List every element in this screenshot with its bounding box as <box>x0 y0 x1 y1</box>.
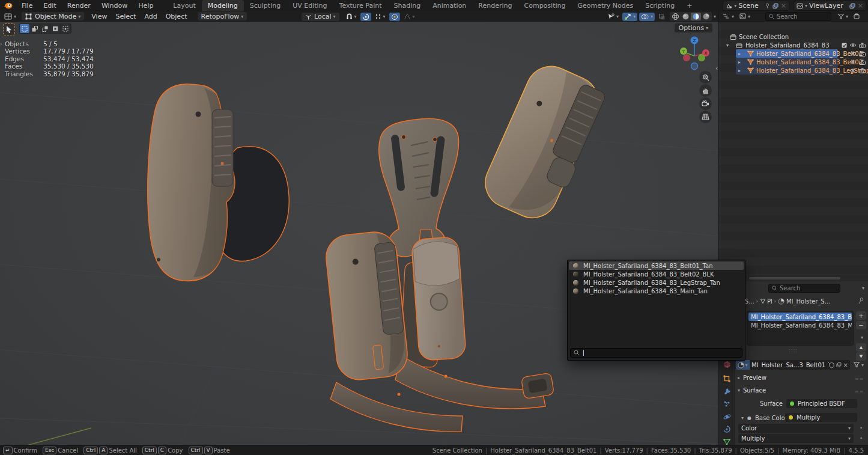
duplicate-material-icon[interactable] <box>836 362 842 368</box>
popup-item-belt01-tan[interactable]: MI_Holster_Safariland_6384_83_Belt01_Tan <box>569 261 744 270</box>
browse-material-button[interactable]: ▾ <box>736 360 750 370</box>
material-slot-belt01[interactable]: MI_Holster_Safariland_6384_83_Belt01_Tan <box>748 313 852 321</box>
zoom-button[interactable] <box>699 71 712 84</box>
surface-panel-header[interactable]: ▾ Surface <box>736 387 766 394</box>
tab-physics-properties[interactable] <box>722 412 732 421</box>
outliner-display-mode-button[interactable]: ▾ <box>738 12 752 20</box>
decorator-dot-icon[interactable]: • <box>860 425 863 431</box>
tab-texture-paint[interactable]: Texture Paint <box>333 0 388 11</box>
camera-view-button[interactable] <box>699 97 712 110</box>
outliner-search-input[interactable]: Search <box>765 12 831 21</box>
tab-modeling[interactable]: Modeling <box>202 0 244 11</box>
holster-object-belt01[interactable] <box>148 84 289 281</box>
menu-edit[interactable]: Edit <box>38 0 61 11</box>
new-collection-button[interactable] <box>852 12 862 20</box>
view-layer-selector[interactable]: ▾ ViewLayer × <box>794 1 866 11</box>
pin-icon[interactable] <box>858 298 864 304</box>
blender-logo-icon[interactable] <box>4 2 13 10</box>
toggle-xray-button[interactable] <box>657 13 667 21</box>
scene-selector[interactable]: ▾ Scene × <box>723 1 789 11</box>
surface-shader-field[interactable]: Principled BSDF <box>786 399 857 408</box>
new-scene-icon[interactable] <box>772 3 778 9</box>
viewport-canvas[interactable]: Options ▾ › Objects5 / 5 Vertices17,779 … <box>0 22 718 445</box>
camera-render-icon[interactable] <box>859 68 866 73</box>
material-name-field[interactable]: MI_Holster_Sa...3_Belt01_Tan × <box>750 360 850 370</box>
preview-panel-header[interactable]: ▸ Preview <box>736 374 766 381</box>
tab-world-properties[interactable] <box>722 359 732 369</box>
select-mode-invert-button[interactable] <box>50 24 60 33</box>
proportional-editing-toggle[interactable] <box>389 13 400 21</box>
snapping-toggle[interactable]: ▾ <box>344 13 359 21</box>
tab-animation[interactable]: Animation <box>426 0 472 11</box>
axis-navigation-gizmo[interactable]: Z Y X <box>677 35 712 70</box>
tab-constraint-properties[interactable] <box>722 424 732 434</box>
outliner-row-scene-collection[interactable]: Scene Collection <box>719 32 868 41</box>
tab-uv-editing[interactable]: UV Editing <box>287 0 333 11</box>
select-mode-subtract-button[interactable] <box>40 24 50 33</box>
unlink-material-icon[interactable]: × <box>843 362 848 368</box>
eye-icon[interactable] <box>849 68 857 73</box>
breadcrumb-material[interactable]: MI_Holster_S... <box>786 298 830 305</box>
outliner-filter-button[interactable]: ▾ <box>836 12 850 20</box>
selectability-visibility-dropdown[interactable]: ▾ <box>605 13 621 21</box>
outliner-row-legstrap[interactable]: ▸ Holster_Safariland_6384_83_LegStrap <box>719 66 868 75</box>
shading-solid-button[interactable] <box>681 13 691 20</box>
gizmo-minus-x-axis[interactable] <box>683 54 690 61</box>
tab-scripting[interactable]: Scripting <box>639 0 681 11</box>
remove-material-slot-button[interactable]: − <box>856 321 866 329</box>
list-resize-grip[interactable]: :::: <box>789 348 798 353</box>
move-slot-up-button[interactable]: ▲ <box>856 343 866 352</box>
collapse-caret-icon[interactable]: ▾ <box>726 43 729 48</box>
shading-rendered-button[interactable] <box>701 13 711 20</box>
horizontal-scrollbar[interactable] <box>749 277 840 279</box>
pin-icon[interactable] <box>765 3 770 9</box>
sidebar-toggle-icon[interactable]: ‹ <box>715 65 718 72</box>
select-mode-intersect-button[interactable] <box>61 24 70 33</box>
expand-caret-icon[interactable]: ▸ <box>738 60 741 65</box>
add-material-slot-button[interactable]: + <box>856 311 866 320</box>
tab-layout[interactable]: Layout <box>167 0 201 11</box>
outliner-editor-type-button[interactable]: ▾ <box>721 12 736 20</box>
expand-caret-icon[interactable]: ▸ <box>738 51 741 56</box>
add-workspace-button[interactable]: + <box>681 0 698 11</box>
tool-options-button[interactable]: Options ▾ <box>675 23 712 32</box>
base-color-input-field[interactable]: Multiply <box>785 413 857 422</box>
popup-item-legstrap-tan[interactable]: MI_Holster_Safariland_6384_83_LegStrap_T… <box>569 278 744 287</box>
expand-caret-icon[interactable]: ▸ <box>738 68 741 73</box>
decorator-dot-icon[interactable]: • <box>860 435 863 441</box>
material-specials-menu[interactable]: ▾ <box>856 333 866 341</box>
popup-search-input[interactable] <box>570 348 742 358</box>
camera-render-icon[interactable] <box>859 51 866 56</box>
stats-collapse-icon[interactable]: › <box>0 41 2 47</box>
tab-shading[interactable]: Shading <box>388 0 427 11</box>
tab-particle-properties[interactable] <box>722 399 732 409</box>
menu-view[interactable]: View <box>87 13 111 20</box>
material-slot-main[interactable]: MI_Holster_Safariland_6384_83_Main_Tan <box>748 321 852 329</box>
tab-modifier-properties[interactable] <box>722 386 732 396</box>
show-overlays-toggle[interactable]: ▾ <box>639 13 655 21</box>
base-color-row-left[interactable]: ▾ ● Base Color <box>739 414 788 422</box>
outliner-row-belt02[interactable]: ▸ Holster_Safariland_6384_83_Belt02 <box>719 58 868 66</box>
proportional-editing-dropdown[interactable]: ▾ <box>373 13 387 21</box>
transform-orientation-dropdown[interactable]: Local ▾ <box>302 13 339 21</box>
breadcrumb-mesh[interactable]: Pl <box>767 298 772 305</box>
new-view-layer-icon[interactable] <box>849 3 855 9</box>
tab-rendering[interactable]: Rendering <box>472 0 518 11</box>
menu-object[interactable]: Object <box>162 13 192 20</box>
eye-icon[interactable] <box>849 43 857 47</box>
menu-render[interactable]: Render <box>62 0 96 11</box>
pan-button[interactable] <box>699 84 712 97</box>
gizmo-minus-y-axis[interactable] <box>698 54 705 61</box>
camera-render-icon[interactable] <box>859 43 866 48</box>
retopoflow-menu[interactable]: RetopoFlow ▾ <box>198 12 247 20</box>
toggle-perspective-button[interactable] <box>699 111 712 123</box>
outliner-row-collection[interactable]: ▾ Holster_Safariland_6384_83 <box>719 41 868 49</box>
eye-icon[interactable] <box>849 60 857 64</box>
holster-object-belt02[interactable] <box>478 58 611 228</box>
menu-add[interactable]: Add <box>140 13 161 20</box>
popup-item-main-tan[interactable]: MI_Holster_Safariland_6384_83_Main_Tan <box>569 287 744 295</box>
popup-item-belt02-blk[interactable]: MI_Holster_Safariland_6384_83_Belt02_BLK <box>569 270 744 278</box>
blend-mode-select[interactable]: Multiply ▾ <box>738 434 854 443</box>
eye-icon[interactable] <box>849 51 857 56</box>
unlink-scene-icon[interactable]: × <box>781 2 786 10</box>
